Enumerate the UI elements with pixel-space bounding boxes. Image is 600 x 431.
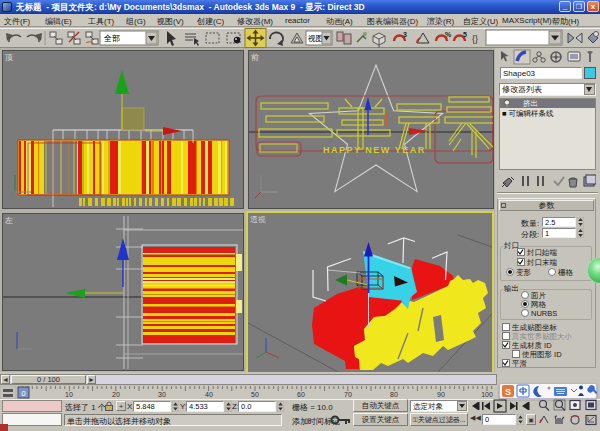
svg-text:0: 0 xyxy=(21,389,25,398)
svg-text:5: 5 xyxy=(463,31,467,38)
svg-text:左: 左 xyxy=(5,216,13,225)
svg-text:HAPPY NEW YEAR: HAPPY NEW YEAR xyxy=(323,145,426,155)
svg-text:顶: 顶 xyxy=(4,53,13,62)
svg-text:S: S xyxy=(505,387,511,397)
svg-text:视图: 视图 xyxy=(308,34,323,43)
svg-text:50: 50 xyxy=(251,391,259,398)
svg-text:100: 100 xyxy=(481,391,493,398)
svg-text:40: 40 xyxy=(205,391,213,398)
svg-text:10: 10 xyxy=(65,391,73,398)
svg-text:3: 3 xyxy=(403,31,407,38)
svg-text:30: 30 xyxy=(158,391,166,398)
svg-text:前: 前 xyxy=(251,53,259,62)
svg-text:60: 60 xyxy=(297,391,305,398)
svg-text:透视: 透视 xyxy=(250,215,266,224)
svg-text:90: 90 xyxy=(437,391,445,398)
svg-text:70: 70 xyxy=(344,391,352,398)
svg-text:全部: 全部 xyxy=(104,34,120,43)
svg-text:20: 20 xyxy=(112,391,120,398)
svg-text:80: 80 xyxy=(390,391,398,398)
svg-text:{}: {} xyxy=(472,34,478,44)
svg-text:%: % xyxy=(445,31,452,38)
